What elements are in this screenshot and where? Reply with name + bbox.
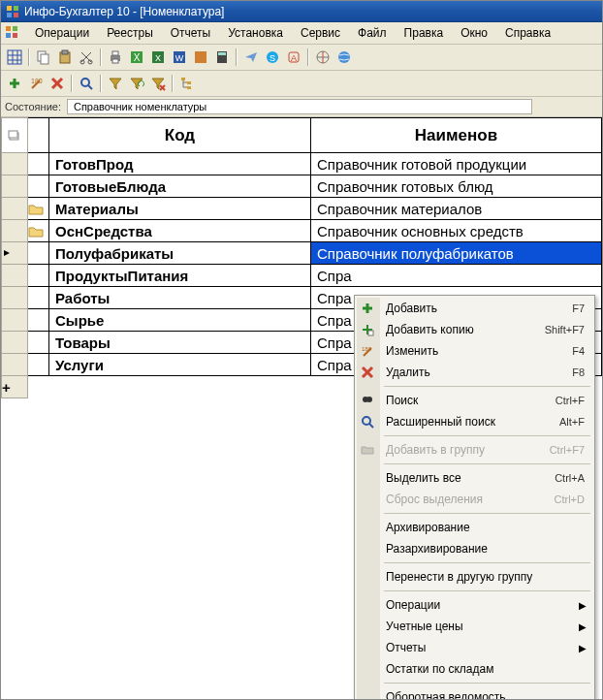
code-cell[interactable]: Товары — [49, 332, 311, 354]
name-cell[interactable]: Справочник полуфабрикатов — [311, 242, 602, 265]
tool-excel-icon[interactable]: X — [148, 48, 168, 67]
menu-item[interactable]: Расширенный поискAlt+F — [357, 411, 592, 432]
tool-grid-icon[interactable] — [5, 48, 24, 67]
corner-cell[interactable] — [2, 118, 28, 153]
table-row[interactable]: МатериалыСправочник материалов — [2, 198, 602, 220]
tool-filter-clear-icon[interactable] — [148, 74, 168, 93]
tool-add-icon[interactable] — [5, 74, 24, 93]
menu-item: Добавить в группуCtrl+F7 — [357, 439, 592, 461]
tool-tree-icon[interactable] — [177, 74, 197, 93]
name-cell[interactable]: Справочник основных средств — [311, 220, 602, 242]
tool-export-green-icon[interactable]: X — [127, 48, 146, 67]
menu-item-shortcut: F7 — [572, 302, 585, 314]
menu-item[interactable]: ДобавитьF7 — [357, 298, 592, 319]
tool-filter-refresh-icon[interactable] — [127, 74, 146, 93]
svg-point-46 — [81, 79, 89, 86]
menu-item[interactable]: Архивирование — [357, 517, 592, 538]
table-row[interactable]: ГотовыеБлюдаСправочник готовых блюд — [2, 175, 602, 198]
menu-item-label: Поиск — [386, 394, 555, 407]
menu-edit[interactable]: Правка — [397, 24, 452, 42]
name-cell[interactable]: Справочник материалов — [311, 198, 602, 220]
menu-item[interactable]: Выделить всеCtrl+A — [357, 467, 592, 489]
menu-item[interactable]: Разархивирование — [357, 538, 592, 559]
svg-point-67 — [363, 417, 370, 425]
menu-reports[interactable]: Отчеты — [163, 24, 218, 42]
row-handle[interactable] — [2, 175, 28, 198]
del-icon — [361, 366, 378, 379]
tool-edit-icon[interactable]: 180 — [26, 74, 46, 93]
menu-item[interactable]: Операции▶ — [357, 594, 592, 616]
menu-help[interactable]: Справка — [497, 24, 558, 42]
svg-rect-3 — [14, 13, 18, 17]
tool-send-icon[interactable] — [241, 48, 261, 67]
row-handle[interactable] — [2, 265, 28, 287]
menu-item[interactable]: Учетные цены▶ — [357, 616, 592, 637]
row-handle[interactable] — [2, 153, 28, 175]
code-cell[interactable]: ОснСредства — [49, 220, 311, 242]
svg-rect-54 — [9, 131, 17, 138]
name-cell[interactable]: Справочник готовой продукции — [311, 153, 602, 175]
svg-rect-0 — [7, 6, 12, 11]
menu-item[interactable]: УдалитьF8 — [357, 362, 592, 383]
menu-separator — [384, 683, 590, 684]
table-row[interactable]: ОснСредстваСправочник основных средств — [2, 220, 602, 242]
menu-separator — [384, 463, 590, 464]
svg-rect-66 — [364, 398, 371, 400]
tool-skype-icon[interactable]: S — [263, 48, 282, 67]
row-handle[interactable] — [2, 309, 28, 332]
add-row-button[interactable]: + — [2, 376, 28, 398]
table-row[interactable]: ПолуфабрикатыСправочник полуфабрикатов — [2, 242, 602, 265]
tool-delete-icon[interactable] — [48, 74, 67, 93]
toolbar-secondary: 180 — [1, 71, 602, 97]
menu-item[interactable]: ПоискCtrl+F — [357, 390, 592, 411]
tool-search-icon[interactable] — [77, 74, 96, 93]
code-cell[interactable]: ПродуктыПитания — [49, 265, 311, 287]
svg-rect-22 — [112, 51, 118, 55]
col-name[interactable]: Наименов — [311, 118, 602, 153]
tool-word-icon[interactable]: W — [170, 48, 189, 67]
menu-service[interactable]: Сервис — [293, 24, 348, 42]
name-cell[interactable]: Справочник готовых блюд — [311, 175, 602, 198]
tool-taxcom-icon[interactable] — [191, 48, 210, 67]
row-handle[interactable] — [2, 354, 28, 376]
menu-operations[interactable]: Операции — [27, 24, 97, 42]
table-row[interactable]: ПродуктыПитанияСпра — [2, 265, 602, 287]
row-handle[interactable] — [2, 287, 28, 309]
tool-compass-icon[interactable] — [313, 48, 333, 67]
table-row[interactable]: ГотовПродСправочник готовой продукции — [2, 153, 602, 175]
code-cell[interactable]: Полуфабрикаты — [49, 242, 311, 265]
tool-calc-icon[interactable] — [212, 48, 232, 67]
code-cell[interactable]: Материалы — [49, 198, 311, 220]
tool-paste-icon[interactable] — [55, 48, 75, 67]
col-code[interactable]: Код — [49, 118, 311, 153]
tool-stop-icon[interactable]: A — [284, 48, 303, 67]
menu-registries[interactable]: Реестры — [99, 24, 161, 42]
col-folder[interactable] — [28, 118, 49, 153]
code-cell[interactable]: Сырье — [49, 309, 311, 332]
menu-file[interactable]: Файл — [350, 24, 395, 42]
menu-item[interactable]: Отчеты▶ — [357, 637, 592, 658]
row-handle[interactable] — [2, 198, 28, 220]
code-cell[interactable]: Услуги — [49, 354, 311, 376]
tool-cut-icon[interactable] — [77, 48, 96, 67]
tool-globe-icon[interactable] — [334, 48, 354, 67]
menu-setup[interactable]: Установка — [220, 24, 291, 42]
code-cell[interactable]: Работы — [49, 287, 311, 309]
menu-item[interactable]: Перенести в другую группу — [357, 566, 592, 588]
toolbar-main: X X W S A — [1, 45, 602, 71]
tool-filter-icon[interactable] — [106, 74, 125, 93]
menu-item[interactable]: Оборотная ведомость — [357, 686, 592, 700]
menu-window[interactable]: Окно — [453, 24, 495, 42]
menu-item-shortcut: Ctrl+D — [555, 493, 585, 505]
tool-print-icon[interactable] — [106, 48, 125, 67]
row-handle[interactable] — [2, 220, 28, 242]
row-handle[interactable] — [2, 242, 28, 265]
tool-copy-icon[interactable] — [34, 48, 53, 67]
row-handle[interactable] — [2, 332, 28, 354]
menu-item[interactable]: Добавить копиюShift+F7 — [357, 319, 592, 340]
code-cell[interactable]: ГотовыеБлюда — [49, 175, 311, 198]
menu-item[interactable]: Остатки по складам — [357, 658, 592, 680]
name-cell[interactable]: Спра — [311, 265, 602, 287]
code-cell[interactable]: ГотовПрод — [49, 153, 311, 175]
menu-item[interactable]: 180ИзменитьF4 — [357, 340, 592, 362]
